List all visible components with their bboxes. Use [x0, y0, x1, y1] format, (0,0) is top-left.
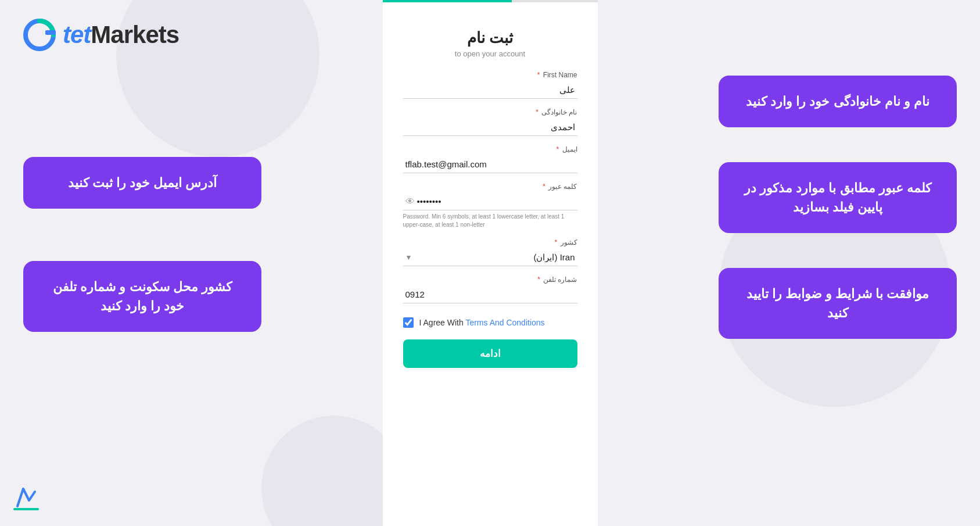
logo-tet: tet: [63, 21, 91, 48]
password-hint: Password. Min 6 symbols, at least 1 lowe…: [403, 213, 577, 229]
password-group: کلمه عبور * 👁 Password. Min 6 symbols, a…: [403, 183, 577, 229]
password-tooltip-text: کلمه عبور مطابق با موارد مذکور در پایین …: [744, 181, 931, 214]
terms-label: I Agree With Terms And Conditions: [419, 318, 545, 327]
country-label: کشور *: [403, 238, 577, 246]
terms-checkbox[interactable]: [403, 317, 414, 328]
form-container: ثبت نام to open your account First Name …: [383, 0, 598, 526]
terms-checkbox-row: I Agree With Terms And Conditions: [403, 317, 577, 328]
progress-bar: [383, 0, 598, 2]
right-tooltips: نام و نام خانوادگی خود را وارد کنید کلمه…: [719, 76, 957, 339]
right-panel: نام و نام خانوادگی خود را وارد کنید کلمه…: [695, 0, 980, 526]
password-input[interactable]: [403, 193, 577, 210]
first-name-group: First Name *: [403, 71, 577, 99]
terms-tooltip-text: موافقت با شرایط و ضوابط را تایید کنید: [746, 287, 929, 320]
terms-tooltip-box: موافقت با شرایط و ضوابط را تایید کنید: [719, 268, 957, 339]
email-label: ایمیل *: [403, 145, 577, 153]
email-input[interactable]: [403, 156, 577, 173]
logo-text: tetMarkets: [63, 21, 179, 49]
last-name-group: نام خانوادگی *: [403, 108, 577, 136]
submit-button[interactable]: ادامه: [403, 339, 577, 368]
name-tooltip-text: نام و نام خانوادگی خود را وارد کنید: [746, 94, 929, 109]
form-title: ثبت نام: [403, 29, 577, 47]
email-group: ایمیل *: [403, 145, 577, 173]
phone-group: شماره تلفن *: [403, 275, 577, 303]
phone-label: شماره تلفن *: [403, 275, 577, 284]
first-name-input[interactable]: [403, 81, 577, 99]
svg-rect-1: [45, 30, 56, 35]
center-panel: ثبت نام to open your account First Name …: [285, 0, 695, 526]
phone-tooltip-text: کشور محل سکونت و شماره تلفن خود را وارد …: [53, 280, 232, 313]
form-subtitle: to open your account: [403, 49, 577, 58]
country-select[interactable]: Iran (ایران) United States United Kingdo…: [403, 249, 577, 266]
left-panel: tetMarkets آدرس ایمیل خود را ثبت کنید کش…: [0, 0, 285, 526]
last-name-input[interactable]: [403, 119, 577, 136]
progress-fill: [383, 0, 512, 2]
phone-tooltip-box: کشور محل سکونت و شماره تلفن خود را وارد …: [23, 261, 261, 332]
left-tooltips: آدرس ایمیل خود را ثبت کنید کشور محل سکون…: [23, 157, 261, 332]
logo: tetMarkets: [23, 17, 179, 52]
email-tooltip-text: آدرس ایمیل خود را ثبت کنید: [68, 176, 217, 190]
eye-icon[interactable]: 👁: [405, 196, 415, 207]
country-select-wrapper: Iran (ایران) United States United Kingdo…: [403, 249, 577, 266]
logo-icon: [23, 17, 58, 52]
bottom-logo-icon: [12, 483, 41, 512]
bottom-logo: [12, 483, 41, 514]
terms-link[interactable]: Terms And Conditions: [465, 318, 544, 327]
password-wrapper: 👁: [403, 193, 577, 210]
country-group: کشور * Iran (ایران) United States United…: [403, 238, 577, 266]
last-name-label: نام خانوادگی *: [403, 108, 577, 116]
first-name-label: First Name *: [403, 71, 577, 79]
password-label: کلمه عبور *: [403, 183, 577, 191]
password-tooltip-box: کلمه عبور مطابق با موارد مذکور در پایین …: [719, 162, 957, 233]
name-tooltip-box: نام و نام خانوادگی خود را وارد کنید: [719, 76, 957, 127]
email-tooltip-box: آدرس ایمیل خود را ثبت کنید: [23, 157, 261, 209]
phone-input[interactable]: [403, 286, 577, 303]
logo-markets: Markets: [91, 21, 179, 48]
agree-text: I Agree With: [419, 318, 466, 327]
